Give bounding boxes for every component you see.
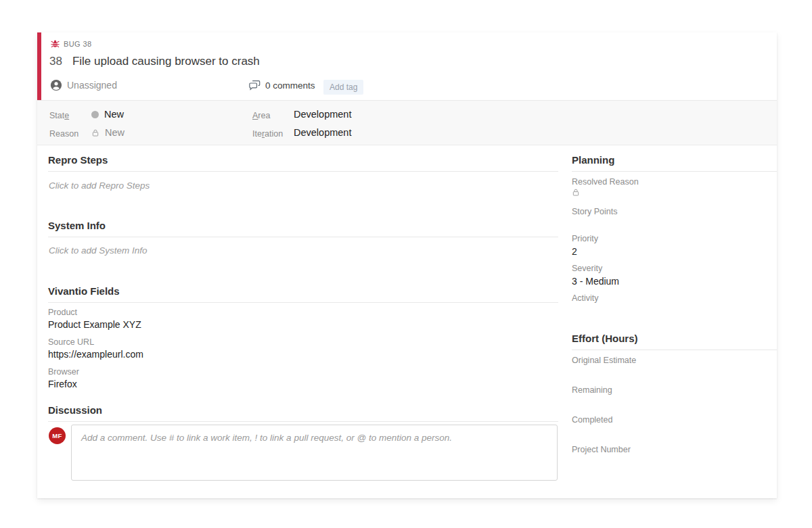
remaining-label[interactable]: Remaining	[572, 385, 636, 395]
browser-field[interactable]: Firefox	[48, 379, 77, 389]
planning-heading: Planning	[572, 154, 614, 166]
source-url-label: Source URL	[48, 337, 94, 347]
vivantio-fields-heading: Vivantio Fields	[48, 285, 120, 297]
effort-fields: Original Estimate Remaining Completed Pr…	[572, 356, 636, 454]
state-dropdown[interactable]: New	[91, 109, 124, 120]
lock-icon	[91, 128, 99, 137]
activity-label: Activity	[572, 293, 599, 303]
source-url-field[interactable]: https://exampleurl.com	[48, 349, 143, 360]
area-label: Area	[252, 111, 270, 120]
priority-label: Priority	[572, 234, 598, 243]
work-item-id: 38	[49, 55, 62, 68]
area-value: Development	[294, 109, 351, 120]
assignee-picker[interactable]: Unassigned	[50, 79, 117, 91]
state-label: State	[49, 111, 69, 120]
comments-button[interactable]: 0 comments	[249, 80, 315, 91]
resolved-reason-label: Resolved Reason	[572, 177, 639, 187]
severity-label: Severity	[572, 264, 602, 273]
area-dropdown[interactable]: Development	[294, 109, 351, 120]
bug-icon	[51, 39, 60, 48]
repro-steps-heading: Repro Steps	[48, 154, 108, 166]
divider	[48, 237, 558, 237]
reason-field[interactable]: New	[91, 127, 125, 138]
product-field[interactable]: Product Example XYZ	[48, 319, 141, 330]
work-item-title-field[interactable]: File upload causing browser to crash	[72, 55, 260, 68]
lock-icon	[572, 188, 580, 197]
divider	[48, 421, 558, 422]
comments-icon	[249, 80, 261, 91]
comment-input[interactable]	[71, 425, 558, 481]
priority-field[interactable]: 2	[572, 246, 577, 257]
person-icon	[50, 79, 62, 91]
divider	[572, 171, 777, 172]
product-label: Product	[48, 308, 77, 317]
divider	[48, 302, 558, 303]
comments-count-label: 0 comments	[265, 80, 315, 91]
severity-field[interactable]: 3 - Medium	[572, 276, 619, 287]
avatar: MF	[49, 427, 66, 444]
divider	[572, 350, 777, 350]
discussion-heading: Discussion	[48, 404, 102, 416]
work-item-type-label: BUG 38	[64, 40, 92, 48]
original-estimate-label[interactable]: Original Estimate	[572, 356, 636, 365]
iteration-value: Development	[294, 127, 351, 138]
effort-heading: Effort (Hours)	[572, 333, 638, 344]
status-bar: State New Reason New Area Development It…	[37, 100, 777, 145]
divider	[48, 171, 558, 172]
system-info-heading: System Info	[48, 220, 106, 231]
add-tag-button[interactable]: Add tag	[323, 80, 363, 95]
story-points-field[interactable]	[572, 218, 707, 229]
state-dot	[91, 111, 99, 118]
story-points-label: Story Points	[572, 207, 617, 216]
iteration-label: Iteration	[252, 129, 283, 139]
title-row: 38 File upload causing browser to crash	[49, 55, 763, 68]
browser-label: Browser	[48, 367, 79, 377]
system-info-editor[interactable]: Click to add System Info	[49, 245, 148, 256]
repro-steps-editor[interactable]: Click to add Repro Steps	[49, 181, 150, 191]
completed-label[interactable]: Completed	[572, 415, 636, 425]
assignee-label: Unassigned	[67, 80, 117, 91]
activity-field[interactable]	[572, 305, 707, 316]
work-item-type-row: BUG 38	[51, 39, 92, 48]
project-number-label[interactable]: Project Number	[572, 445, 636, 454]
state-value: New	[104, 109, 124, 120]
reason-label: Reason	[49, 129, 78, 139]
work-item-card: BUG 38 38 File upload causing browser to…	[37, 32, 777, 498]
reason-value: New	[105, 127, 125, 138]
bug-type-color-stripe	[37, 32, 41, 100]
iteration-dropdown[interactable]: Development	[294, 127, 351, 138]
